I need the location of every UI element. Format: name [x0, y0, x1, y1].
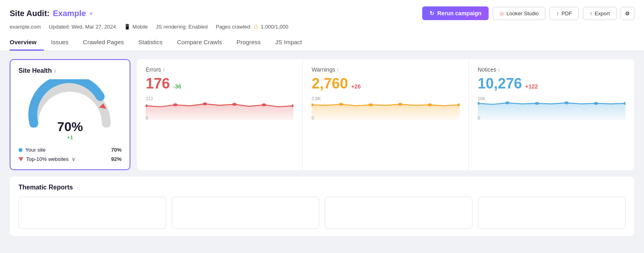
tab-progress[interactable]: Progress [229, 35, 268, 51]
top10-triangle-icon [19, 157, 23, 161]
tab-statistics[interactable]: Statistics [131, 35, 170, 51]
your-site-dot-icon [19, 148, 23, 152]
warnings-info-icon[interactable]: i [337, 67, 339, 73]
svg-point-3 [173, 103, 178, 106]
notices-chart-svg [478, 96, 625, 120]
gauge-delta: +1 [57, 134, 83, 140]
errors-value-row: 176 -36 [146, 75, 293, 92]
js-rendering-label: JS rendering: Enabled [156, 24, 208, 30]
top-row: Site Health i 70% +1 [10, 59, 634, 170]
thematic-reports-section: Thematic Reports [10, 177, 634, 236]
meta-row: example.com Updated: Wed, Mar 27, 2024 📱… [10, 23, 634, 35]
warnings-delta: +26 [351, 83, 361, 90]
top10-value: 92% [111, 156, 122, 162]
site-audit-label: Site Audit: [10, 9, 50, 18]
export-button[interactable]: ↑ Export [583, 7, 617, 20]
gauge-percent: 70% [57, 119, 83, 134]
site-health-title: Site Health i [19, 67, 122, 74]
stat-card-errors: Errors i 176 -36 212 [137, 59, 303, 170]
tab-js-impact[interactable]: JS Impact [268, 35, 310, 51]
errors-value: 176 [146, 75, 170, 92]
header-actions: ↻ Rerun campaign ◎ Looker Studio ↑ PDF ↑… [422, 6, 634, 20]
warnings-value: 2,760 [312, 75, 348, 92]
site-health-info-icon[interactable]: i [54, 68, 56, 74]
stats-cards: Errors i 176 -36 212 [137, 59, 634, 170]
warnings-chart: 2.8K [312, 96, 459, 120]
errors-chart-top: 212 [146, 96, 153, 101]
notices-value-row: 10,276 +122 [478, 75, 625, 92]
warnings-chart-top: 2.8K [312, 96, 321, 101]
svg-point-12 [398, 103, 402, 106]
top10-label: Top-10% websites [26, 156, 69, 162]
pages-warning-icon: ⚠ [254, 23, 259, 30]
export-upload-icon: ↑ [590, 10, 592, 16]
legend-item-top10: Top-10% websites ∨ 92% [19, 156, 122, 162]
mobile-icon: 📱 [124, 24, 130, 30]
top10-chevron-icon[interactable]: ∨ [72, 156, 76, 162]
legend: Your site 70% Top-10% websites ∨ 92% [19, 147, 122, 162]
tab-overview[interactable]: Overview [10, 35, 44, 51]
stat-card-notices: Notices i 10,276 +122 10K [469, 59, 634, 170]
main-content: Site Health i 70% +1 [0, 51, 644, 244]
site-name-link[interactable]: Example [53, 9, 86, 18]
export-label: Export [594, 10, 610, 16]
looker-label: Looker Studio [506, 10, 539, 16]
header-top-row: Site Audit: Example ∨ ↻ Rerun campaign ◎… [10, 6, 634, 20]
warnings-value-row: 2,760 +26 [312, 75, 459, 92]
pdf-button[interactable]: ↑ PDF [549, 7, 579, 20]
site-name-chevron-icon[interactable]: ∨ [89, 10, 93, 16]
nav-tabs: Overview Issues Crawled Pages Statistics… [10, 35, 634, 51]
notices-label: Notices i [478, 66, 625, 73]
rerun-campaign-button[interactable]: ↻ Rerun campaign [422, 6, 489, 20]
svg-point-5 [232, 103, 237, 106]
title-section: Site Audit: Example ∨ [10, 9, 93, 18]
rerun-label: Rerun campaign [437, 10, 481, 16]
tab-issues[interactable]: Issues [44, 35, 76, 51]
notices-info-icon[interactable]: i [498, 67, 500, 73]
notices-chart-top: 10K [478, 96, 486, 101]
thematic-card-2[interactable] [172, 197, 320, 229]
errors-delta: -36 [173, 83, 181, 90]
thematic-card-1[interactable] [19, 197, 166, 229]
settings-button[interactable]: ⚙ [621, 7, 634, 20]
gauge-container: 70% +1 [19, 79, 122, 140]
looker-studio-button[interactable]: ◎ Looker Studio [493, 7, 545, 20]
pages-crawled-item: Pages crawled: ⚠ 1,000/1,000 [216, 23, 289, 30]
svg-point-13 [428, 103, 432, 106]
svg-point-19 [564, 101, 569, 104]
warnings-chart-svg [312, 96, 459, 120]
notices-delta: +122 [525, 83, 538, 90]
settings-icon: ⚙ [625, 10, 630, 16]
pdf-upload-icon: ↑ [556, 10, 559, 16]
errors-chart: 212 [146, 96, 293, 120]
svg-point-6 [262, 103, 266, 106]
svg-marker-1 [146, 104, 293, 120]
thematic-card-4[interactable] [478, 197, 626, 229]
device-label: Mobile [132, 24, 148, 30]
site-health-card: Site Health i 70% +1 [10, 59, 130, 170]
tab-crawled-pages[interactable]: Crawled Pages [76, 35, 131, 51]
notices-chart-bottom: 0 [478, 115, 480, 120]
pages-count-label: 1,000/1,000 [261, 24, 289, 30]
your-site-value: 70% [111, 147, 122, 153]
svg-point-18 [535, 102, 539, 105]
thematic-card-3[interactable] [325, 197, 473, 229]
device-item: 📱 Mobile [124, 24, 148, 30]
errors-label: Errors i [146, 66, 293, 73]
thematic-title: Thematic Reports [19, 184, 625, 191]
pdf-label: PDF [561, 10, 572, 16]
svg-point-4 [202, 103, 207, 105]
errors-chart-bottom: 0 [146, 115, 148, 120]
tab-compare-crawls[interactable]: Compare Crawls [170, 35, 229, 51]
svg-point-17 [505, 101, 510, 104]
errors-chart-svg [146, 96, 293, 120]
svg-marker-8 [312, 104, 459, 120]
refresh-icon: ↻ [429, 10, 434, 16]
updated-label: Updated: Wed, Mar 27, 2024 [49, 24, 116, 30]
legend-item-your-site: Your site 70% [19, 147, 122, 153]
domain-label: example.com [10, 24, 41, 30]
notices-value: 10,276 [478, 75, 522, 92]
notices-chart: 10K [478, 96, 625, 120]
looker-icon: ◎ [500, 10, 504, 16]
errors-info-icon[interactable]: i [163, 67, 164, 73]
